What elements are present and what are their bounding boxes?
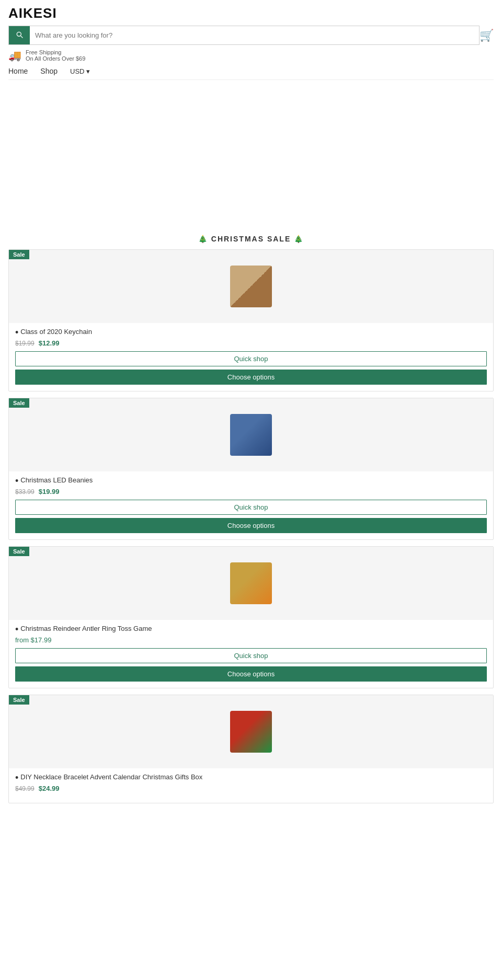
product-name: Christmas LED Beanies — [20, 476, 93, 485]
cart-icon[interactable]: 🛒 — [480, 29, 494, 42]
price-original: $49.99 — [15, 785, 35, 792]
search-input[interactable] — [30, 27, 479, 43]
nav-shop[interactable]: Shop — [40, 67, 58, 75]
product-name-row: • Christmas LED Beanies — [15, 476, 487, 486]
product-card-keychain: Sale • Class of 2020 Keychain $19.99 $12… — [8, 249, 494, 391]
header: AIKESI 🛒 🚚 Free Shipping On All Orders O… — [0, 0, 502, 80]
product-bullet: • — [15, 476, 18, 486]
price-row: from $17.99 — [15, 636, 487, 644]
nav-home[interactable]: Home — [8, 67, 28, 75]
price-sale: $12.99 — [39, 339, 60, 347]
price-from: from $17.99 — [15, 636, 51, 644]
products-container: Sale • Class of 2020 Keychain $19.99 $12… — [0, 249, 502, 825]
product-name-row: • Class of 2020 Keychain — [15, 327, 487, 337]
product-name: Class of 2020 Keychain — [20, 327, 92, 337]
product-name: Christmas Reindeer Antler Ring Toss Game — [20, 624, 152, 633]
section-title: 🎄 CHRISTMAS SALE 🎄 — [0, 226, 502, 249]
choose-options-button[interactable]: Choose options — [15, 518, 487, 533]
choose-options-button[interactable]: Choose options — [15, 666, 487, 682]
price-row: $19.99 $12.99 — [15, 339, 487, 347]
product-card-ringtoss: Sale • Christmas Reindeer Antler Ring To… — [8, 546, 494, 688]
sale-badge: Sale — [9, 398, 29, 408]
search-button[interactable] — [9, 26, 30, 44]
product-image — [230, 562, 272, 604]
shipping-info: 🚚 Free Shipping On All Orders Over $69 — [8, 49, 494, 62]
shipping-line2: On All Orders Over $69 — [26, 55, 85, 62]
sale-badge: Sale — [9, 695, 29, 705]
product-card-beanies: Sale • Christmas LED Beanies $33.99 $19.… — [8, 398, 494, 540]
product-bullet: • — [15, 625, 18, 634]
price-sale: $19.99 — [39, 488, 60, 495]
product-bullet: • — [15, 328, 18, 337]
product-name-row: • DIY Necklace Bracelet Advent Calendar … — [15, 773, 487, 782]
product-image-wrap: Sale — [9, 398, 493, 471]
choose-options-button[interactable]: Choose options — [15, 370, 487, 385]
product-image-wrap: Sale — [9, 547, 493, 620]
truck-icon: 🚚 — [8, 49, 21, 62]
currency-selector[interactable]: USD ▾ — [70, 67, 89, 75]
quick-shop-button[interactable]: Quick shop — [15, 648, 487, 663]
product-bullet: • — [15, 773, 18, 782]
price-original: $33.99 — [15, 488, 35, 495]
search-icon — [15, 30, 24, 39]
price-sale: $24.99 — [39, 785, 60, 792]
product-image-wrap: Sale — [9, 250, 493, 323]
search-bar — [8, 26, 480, 45]
shipping-line1: Free Shipping — [26, 49, 85, 55]
quick-shop-button[interactable]: Quick shop — [15, 351, 487, 366]
product-image-wrap: Sale — [9, 695, 493, 768]
product-name: DIY Necklace Bracelet Advent Calendar Ch… — [20, 773, 202, 782]
price-row: $49.99 $24.99 — [15, 785, 487, 792]
product-info: • Christmas LED Beanies — [9, 471, 493, 486]
product-info: • Christmas Reindeer Antler Ring Toss Ga… — [9, 620, 493, 634]
product-name-row: • Christmas Reindeer Antler Ring Toss Ga… — [15, 624, 487, 634]
sale-badge: Sale — [9, 250, 29, 259]
product-image — [230, 266, 272, 307]
nav-bar: Home Shop USD ▾ — [8, 62, 494, 80]
quick-shop-button[interactable]: Quick shop — [15, 500, 487, 515]
sale-badge: Sale — [9, 547, 29, 556]
logo: AIKESI — [8, 5, 494, 21]
hero-area — [0, 80, 502, 226]
product-info: • Class of 2020 Keychain — [9, 323, 493, 337]
product-image — [230, 414, 272, 456]
product-card-advent: Sale • DIY Necklace Bracelet Advent Cale… — [8, 695, 494, 803]
price-row: $33.99 $19.99 — [15, 488, 487, 495]
price-original: $19.99 — [15, 340, 35, 347]
product-info: • DIY Necklace Bracelet Advent Calendar … — [9, 768, 493, 782]
product-image — [230, 711, 272, 753]
